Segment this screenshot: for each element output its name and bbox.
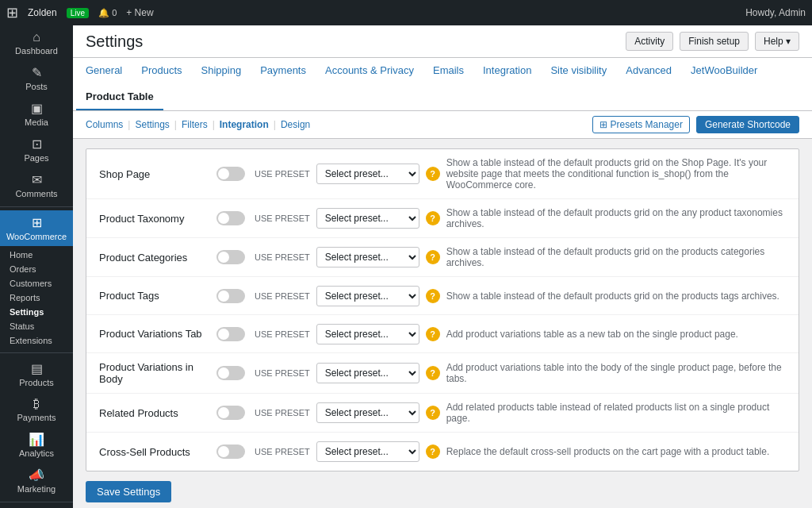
activity-button[interactable]: Activity — [626, 32, 673, 51]
sidebar-item-dashboard[interactable]: ⌂ Dashboard — [0, 25, 73, 60]
tab-payments[interactable]: Payments — [251, 58, 316, 84]
sidebar-item-extensions[interactable]: Extensions — [6, 333, 67, 348]
sidebar-item-settings[interactable]: Settings — [6, 305, 67, 319]
setting-row-product-tags: Product Tags USE PRESET Select preset...… — [86, 277, 799, 315]
help-button[interactable]: Help ▾ — [755, 32, 799, 51]
sidebar-item-comments[interactable]: ✉ Comments — [0, 167, 73, 203]
page-title: Settings — [86, 33, 143, 51]
sidebar-label-comments: Comments — [15, 189, 57, 198]
presets-manager-button[interactable]: ⊞ Presets Manager — [592, 116, 690, 133]
sidebar-item-posts[interactable]: ✎ Posts — [0, 60, 73, 96]
subnav-settings[interactable]: Settings — [135, 119, 169, 130]
sidebar: ⌂ Dashboard ✎ Posts ▣ Media ⊡ Pages ✉ Co… — [0, 25, 73, 508]
setting-row-product-categories: Product Categories USE PRESET Select pre… — [86, 238, 799, 277]
sidebar-item-analytics[interactable]: 📊 Analytics — [0, 427, 73, 463]
sidebar-item-customers[interactable]: Customers — [6, 276, 67, 291]
product-tags-desc: Show a table instead of the default prod… — [446, 291, 786, 302]
sidebar-item-products[interactable]: ▤ Products — [0, 356, 73, 392]
tab-emails[interactable]: Emails — [423, 58, 473, 84]
sidebar-item-pages[interactable]: ⊡ Pages — [0, 132, 73, 167]
sidebar-item-orders[interactable]: Orders — [6, 262, 67, 276]
media-icon: ▣ — [31, 101, 43, 116]
sidebar-sep-1 — [0, 206, 73, 207]
sidebar-sep-3 — [0, 502, 73, 502]
shop-page-hint-icon[interactable]: ? — [426, 167, 440, 181]
product-taxonomy-preset-select[interactable]: Select preset... — [316, 208, 419, 229]
analytics-icon: 📊 — [29, 432, 44, 447]
product-tags-hint-icon[interactable]: ? — [426, 289, 440, 303]
related-products-hint-icon[interactable]: ? — [426, 406, 440, 420]
related-products-desc: Add related products table instead of re… — [446, 402, 786, 424]
sidebar-item-home[interactable]: Home — [6, 248, 67, 262]
product-categories-use-preset: USE PRESET — [255, 252, 310, 262]
cross-sell-desc: Replace the default cross-sell products … — [446, 446, 786, 457]
cross-sell-hint-icon[interactable]: ? — [426, 444, 440, 459]
woocommerce-icon: ⊞ — [32, 215, 42, 230]
product-categories-preset-select[interactable]: Select preset... — [316, 247, 419, 267]
product-tags-preset-select[interactable]: Select preset... — [316, 286, 419, 306]
pages-icon: ⊡ — [32, 137, 42, 152]
product-variations-body-toggle[interactable] — [216, 366, 245, 380]
sidebar-item-media[interactable]: ▣ Media — [0, 96, 73, 132]
header-actions: Activity Finish setup Help ▾ — [626, 32, 799, 51]
subnav-design[interactable]: Design — [281, 119, 310, 130]
save-row: Save Settings — [86, 471, 799, 506]
product-tags-use-preset: USE PRESET — [255, 291, 310, 301]
related-products-label: Related Products — [99, 407, 210, 419]
settings-content: Shop Page USE PRESET Select preset... ? … — [73, 139, 812, 508]
tab-jetwoobuilder[interactable]: JetWooBuilder — [681, 58, 767, 84]
generate-shortcode-button[interactable]: Generate Shortcode — [696, 116, 799, 133]
notifications-count: 🔔 0 — [98, 8, 117, 18]
product-variations-body-hint-icon[interactable]: ? — [426, 366, 440, 380]
setting-row-product-taxonomy: Product Taxonomy USE PRESET Select prese… — [86, 199, 799, 238]
product-categories-toggle[interactable] — [216, 250, 245, 264]
product-taxonomy-toggle[interactable] — [216, 211, 245, 225]
settings-tabs: General Products Shipping Payments Accou… — [73, 58, 812, 111]
save-settings-button[interactable]: Save Settings — [86, 481, 171, 502]
sidebar-item-marketing[interactable]: 📣 Marketing — [0, 463, 73, 498]
product-variations-tab-toggle[interactable] — [216, 327, 245, 341]
related-products-use-preset: USE PRESET — [255, 408, 310, 418]
tab-site-visibility[interactable]: Site visibility — [541, 58, 616, 84]
sidebar-item-status[interactable]: Status — [6, 319, 67, 333]
sidebar-label-products: Products — [19, 378, 53, 387]
subnav-integration[interactable]: Integration — [220, 119, 269, 130]
product-categories-label: Product Categories — [99, 252, 210, 264]
tab-accounts[interactable]: Accounts & Privacy — [316, 58, 423, 84]
subnav-actions: ⊞ Presets Manager Generate Shortcode — [592, 116, 799, 133]
sidebar-label-woocommerce: WooCommerce — [6, 232, 67, 241]
related-products-toggle[interactable] — [216, 406, 245, 420]
product-variations-body-preset-select[interactable]: Select preset... — [316, 363, 419, 383]
tab-product-table[interactable]: Product Table — [76, 84, 163, 110]
shop-page-use-preset: USE PRESET — [255, 169, 310, 179]
cross-sell-toggle[interactable] — [216, 444, 245, 459]
related-products-preset-select[interactable]: Select preset... — [316, 402, 419, 423]
tab-integration[interactable]: Integration — [473, 58, 541, 84]
tab-shipping[interactable]: Shipping — [192, 58, 251, 84]
sidebar-label-media: Media — [25, 117, 48, 127]
sidebar-item-payments[interactable]: ₿ Payments — [0, 392, 73, 427]
tab-general[interactable]: General — [76, 58, 132, 84]
product-tags-toggle[interactable] — [216, 289, 245, 303]
new-link[interactable]: + New — [126, 7, 153, 18]
marketing-icon: 📣 — [29, 468, 44, 483]
shop-page-preset-select[interactable]: Select preset... — [316, 164, 419, 184]
product-categories-hint-icon[interactable]: ? — [426, 250, 440, 264]
subnav-columns[interactable]: Columns — [86, 119, 123, 130]
product-tags-label: Product Tags — [99, 290, 210, 302]
finish-setup-button[interactable]: Finish setup — [680, 32, 749, 51]
presets-icon: ⊞ — [599, 119, 607, 130]
sidebar-label-posts: Posts — [25, 82, 48, 91]
cross-sell-preset-select[interactable]: Select preset... — [316, 441, 419, 462]
subnav-filters[interactable]: Filters — [182, 119, 208, 130]
sidebar-item-woocommerce[interactable]: ⊞ WooCommerce — [0, 210, 73, 246]
product-variations-tab-preset-select[interactable]: Select preset... — [316, 324, 419, 344]
sidebar-label-analytics: Analytics — [19, 448, 54, 458]
product-taxonomy-hint-icon[interactable]: ? — [426, 211, 440, 225]
setting-row-shop-page: Shop Page USE PRESET Select preset... ? … — [86, 149, 799, 199]
shop-page-toggle[interactable] — [216, 167, 245, 181]
sidebar-item-reports[interactable]: Reports — [6, 291, 67, 305]
tab-advanced[interactable]: Advanced — [616, 58, 681, 84]
tab-products[interactable]: Products — [132, 58, 191, 84]
product-variations-tab-hint-icon[interactable]: ? — [426, 327, 440, 341]
